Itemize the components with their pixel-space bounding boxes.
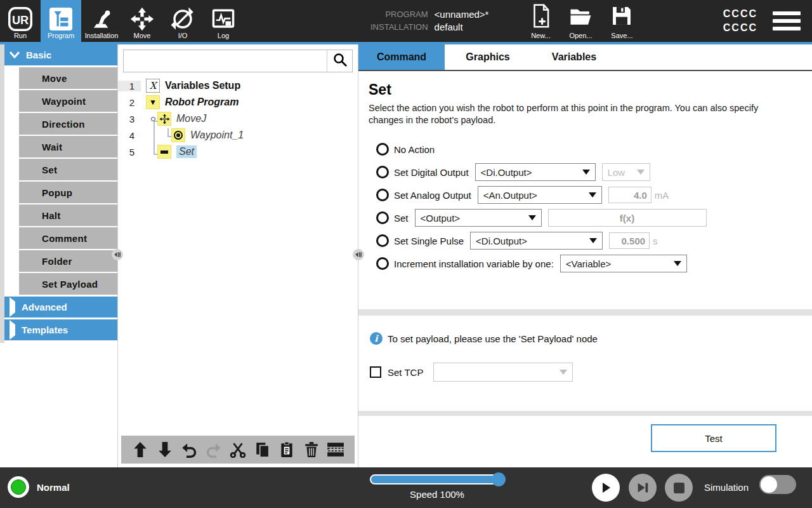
sidebar-section-advanced[interactable]: Advanced — [4, 297, 117, 318]
tree-node-label: MoveJ — [176, 113, 206, 124]
move-down-button[interactable] — [156, 441, 174, 458]
copy-button[interactable] — [254, 441, 272, 458]
sidebar-item-popup[interactable]: Popup — [19, 182, 117, 203]
new-file-icon — [530, 4, 551, 30]
chevron-right-icon — [10, 324, 15, 335]
sidebar-item-waypoint[interactable]: Waypoint — [19, 90, 117, 112]
set-tcp-checkbox[interactable] — [370, 366, 381, 378]
single-pulse-radio[interactable] — [376, 234, 389, 247]
pulse-output-select[interactable]: <Di.Output> — [470, 232, 603, 250]
installation-label: INSTALLATION — [370, 21, 428, 34]
nav-tab-log[interactable]: Log — [203, 0, 244, 42]
stop-icon — [674, 483, 684, 493]
test-button[interactable]: Test — [651, 424, 776, 452]
sidebar-item-wait[interactable]: Wait — [19, 136, 117, 157]
tree-row-set[interactable]: 5 Set — [118, 144, 358, 160]
node-sidebar: Basic Move Waypoint Direction Wait Set P… — [0, 44, 117, 467]
tree-row-variables-setup[interactable]: 1 X Variables Setup — [118, 77, 358, 94]
payload-info: i To set payload, please use the 'Set Pa… — [358, 316, 812, 345]
analog-value-input[interactable]: 4.0 — [608, 187, 652, 203]
open-folder-icon — [568, 4, 593, 30]
hamburger-menu-icon[interactable] — [773, 11, 801, 30]
step-button[interactable] — [629, 474, 657, 502]
program-meta: PROGRAM INSTALLATION <unnamed>* default — [370, 0, 488, 42]
search-button[interactable] — [327, 50, 352, 72]
nav-tab-program[interactable]: Program — [41, 0, 81, 42]
nav-tab-label: Move — [134, 32, 151, 40]
no-action-radio[interactable] — [376, 143, 389, 156]
svg-text:UR: UR — [12, 14, 29, 27]
nav-tab-io[interactable]: I/O — [162, 0, 203, 42]
sidebar-collapse-handle[interactable] — [112, 249, 123, 260]
pulse-duration-input[interactable]: 0.500 — [609, 232, 650, 249]
speed-slider[interactable] — [370, 474, 504, 485]
tree-row-movej[interactable]: 3 MoveJ — [118, 110, 358, 127]
sidebar-item-folder[interactable]: Folder — [19, 250, 117, 272]
open-program-button[interactable]: Open... — [568, 0, 593, 42]
play-button[interactable] — [592, 474, 620, 502]
sidebar-item-direction[interactable]: Direction — [19, 113, 117, 135]
variable-select[interactable]: <Variable> — [560, 255, 687, 272]
sidebar-edge-strip — [0, 44, 4, 343]
tab-command[interactable]: Command — [358, 44, 445, 70]
tree-collapse-handle[interactable] — [353, 249, 364, 260]
tree-row-robot-program[interactable]: 2 ▼ Robot Program — [118, 94, 358, 110]
page-title: Set — [369, 81, 802, 98]
tab-graphics[interactable]: Graphics — [445, 44, 531, 70]
io-icon — [171, 6, 195, 32]
set-analog-output-radio[interactable] — [376, 189, 389, 201]
increment-variable-radio[interactable] — [376, 257, 389, 270]
tree-row-waypoint[interactable]: 4 Waypoint_1 — [118, 127, 358, 144]
bottom-bar: Normal Speed 100% Simulation — [0, 467, 812, 508]
set-output-radio[interactable] — [376, 211, 389, 224]
sidebar-item-comment[interactable]: Comment — [19, 227, 117, 249]
cut-button[interactable] — [229, 441, 247, 458]
sidebar-item-halt[interactable]: Halt — [19, 204, 117, 226]
line-number: 3 — [118, 114, 141, 124]
analog-output-select[interactable]: <An.Output> — [478, 186, 602, 204]
sidebar-item-set-payload[interactable]: Set Payload — [19, 273, 117, 295]
output-select[interactable]: <Output> — [415, 209, 542, 227]
command-panel: Command Graphics Variables Set Select th… — [358, 44, 812, 467]
delete-button[interactable] — [303, 441, 320, 458]
nav-tab-move[interactable]: Move — [122, 0, 162, 42]
robot-status-button[interactable]: Normal — [8, 476, 70, 498]
line-number: 5 — [118, 147, 141, 157]
option-set-digital-output: Set Digital Output <Di.Output> Low — [376, 161, 802, 184]
suppress-button[interactable] — [327, 441, 344, 458]
move-arrows-icon — [130, 6, 154, 32]
save-program-button[interactable]: Save... — [610, 0, 633, 42]
tab-variables[interactable]: Variables — [531, 44, 617, 70]
payload-tcp-card: i To set payload, please use the 'Set Pa… — [358, 316, 812, 411]
nav-tab-installation[interactable]: Installation — [81, 0, 122, 42]
expression-input[interactable]: f(x) — [548, 209, 707, 227]
digital-output-select[interactable]: <Di.Output> — [475, 163, 596, 181]
nav-tab-run[interactable]: UR Run — [0, 0, 41, 42]
status-label: Normal — [37, 482, 70, 493]
paste-button[interactable] — [278, 441, 296, 458]
sidebar-item-set[interactable]: Set — [19, 159, 117, 180]
chevron-down-icon — [674, 261, 681, 266]
simulation-toggle[interactable] — [759, 475, 796, 494]
nav-tab-label: Program — [48, 32, 74, 40]
sidebar-item-move[interactable]: Move — [19, 67, 117, 89]
move-up-button[interactable] — [131, 441, 149, 458]
redo-button[interactable] — [205, 441, 223, 458]
program-tree: 1 X Variables Setup 2 ▼ Robot Program 3 … — [118, 77, 358, 160]
set-digital-output-radio[interactable] — [376, 166, 389, 178]
digital-output-level-select[interactable]: Low — [602, 163, 650, 181]
tcp-select[interactable] — [433, 363, 573, 382]
stop-button[interactable] — [665, 474, 693, 502]
sidebar-section-basic[interactable]: Basic — [4, 44, 117, 65]
nav-tab-label: Installation — [85, 32, 119, 40]
set-tcp-row: Set TCP — [370, 363, 812, 382]
speed-slider-fill — [371, 476, 503, 483]
installation-name: default — [435, 21, 489, 34]
open-label: Open... — [569, 32, 592, 39]
new-program-button[interactable]: New... — [530, 0, 551, 42]
speed-slider-knob[interactable] — [492, 472, 506, 486]
sidebar-section-templates[interactable]: Templates — [4, 319, 117, 340]
undo-button[interactable] — [180, 441, 198, 458]
program-search-input[interactable] — [124, 50, 327, 72]
play-icon — [599, 481, 612, 494]
